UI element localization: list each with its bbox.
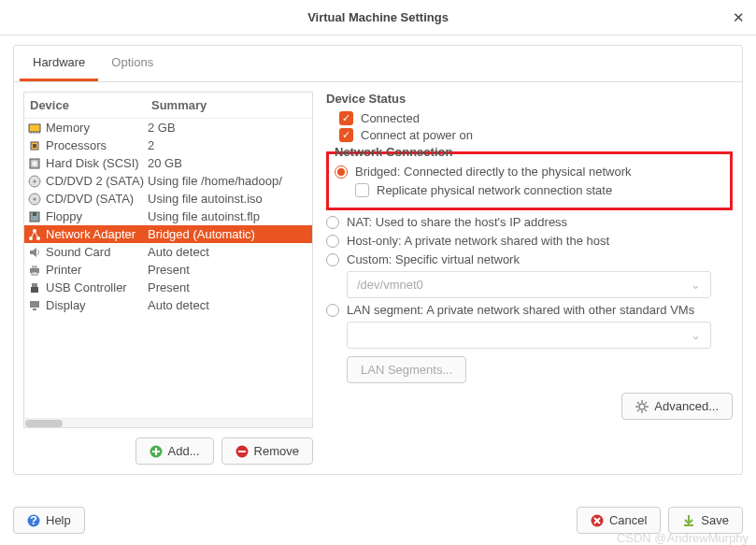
net-icon [26,228,43,241]
close-icon[interactable]: ✕ [733,9,745,26]
help-icon: ? [27,514,40,527]
svg-point-10 [34,179,36,182]
svg-rect-40 [684,524,693,526]
connected-checkbox[interactable]: ✓ [339,111,353,125]
minus-icon [235,445,249,458]
cd-icon [26,193,43,206]
connected-label: Connected [361,111,420,125]
svg-point-8 [32,161,37,166]
tabs: Hardware Options [14,46,742,82]
chevron-down-icon: ⌄ [691,278,701,292]
cancel-button[interactable]: Cancel [577,507,661,534]
device-row-floppy[interactable]: FloppyUsing file autoinst.flp [24,208,312,225]
sound-icon [26,246,43,259]
save-icon [682,514,695,527]
svg-rect-0 [29,124,40,132]
device-table: Device Summary Memory2 GBProcessors2Hard… [23,92,313,428]
svg-rect-21 [32,283,37,287]
memory-icon [26,122,43,135]
svg-line-34 [645,409,647,411]
device-row-sound[interactable]: Sound CardAuto detect [24,243,312,261]
svg-line-33 [637,402,639,404]
add-button[interactable]: Add... [136,437,214,465]
lan-segments-button[interactable]: LAN Segments... [347,356,466,383]
svg-rect-20 [32,272,37,275]
col-summary: Summary [151,98,207,112]
col-device: Device [30,98,151,112]
radio-hostonly[interactable] [326,235,339,248]
window-title: Virtual Machine Settings [307,10,449,24]
hostonly-label: Host-only: A private network shared with… [347,234,609,248]
device-row-cd[interactable]: CD/DVD (SATA)Using file autoinst.iso [24,190,312,208]
cd-icon [26,175,43,188]
svg-point-12 [34,197,36,200]
svg-line-35 [645,402,647,404]
disk-icon [26,157,43,170]
radio-bridged[interactable] [335,165,348,179]
lan-label: LAN segment: A private network shared wi… [347,303,694,317]
svg-text:?: ? [30,514,37,527]
device-row-printer[interactable]: PrinterPresent [24,261,312,279]
replicate-checkbox[interactable] [355,183,369,197]
svg-rect-6 [33,144,36,148]
svg-point-28 [639,404,645,409]
advanced-button[interactable]: Advanced... [621,393,733,420]
device-row-memory[interactable]: Memory2 GB [24,119,312,136]
device-row-usb[interactable]: USB ControllerPresent [24,279,312,296]
device-row-cpu[interactable]: Processors2 [24,136,312,154]
custom-network-select[interactable]: /dev/vmnet0 ⌄ [347,271,711,298]
display-icon [26,299,43,312]
help-button[interactable]: ? Help [13,507,85,534]
custom-label: Custom: Specific virtual network [347,252,520,266]
usb-icon [26,281,43,294]
gear-icon [635,400,649,413]
floppy-icon [26,210,43,223]
svg-rect-24 [33,308,36,310]
radio-custom[interactable] [326,253,339,266]
nat-label: NAT: Used to share the host's IP address [347,215,567,229]
svg-rect-27 [238,451,246,452]
svg-line-36 [637,409,639,411]
lan-segment-select[interactable]: ⌄ [347,322,711,349]
printer-icon [26,264,43,277]
highlight-box: Network Connection Bridged: Connected di… [326,151,733,210]
device-row-disk[interactable]: Hard Disk (SCSI)20 GB [24,154,312,172]
replicate-label: Replicate physical network connection st… [377,183,612,197]
plus-icon [150,445,163,458]
chevron-down-icon: ⌄ [691,328,701,342]
device-row-display[interactable]: DisplayAuto detect [24,296,312,314]
bridged-label: Bridged: Connected directly to the physi… [355,165,632,179]
device-status-title: Device Status [326,92,733,106]
remove-button[interactable]: Remove [221,437,313,465]
tab-options[interactable]: Options [98,46,166,81]
svg-rect-19 [32,265,37,268]
cpu-icon [26,139,43,152]
connect-poweron-checkbox[interactable]: ✓ [339,128,353,142]
radio-nat[interactable] [326,216,339,229]
svg-rect-23 [30,301,39,308]
titlebar: Virtual Machine Settings ✕ [0,0,756,36]
device-row-cd[interactable]: CD/DVD 2 (SATA)Using file /home/hadoop/ [24,172,312,190]
connect-poweron-label: Connect at power on [361,128,473,142]
radio-lan[interactable] [326,304,339,317]
save-button[interactable]: Save [668,507,743,534]
cancel-icon [591,514,604,527]
svg-rect-22 [31,287,38,293]
device-row-net[interactable]: Network AdapterBridged (Automatic) [24,225,312,243]
svg-rect-14 [33,212,36,216]
tab-hardware[interactable]: Hardware [20,46,98,81]
network-connection-title: Network Connection [335,145,724,159]
horizontal-scrollbar[interactable] [24,418,312,427]
